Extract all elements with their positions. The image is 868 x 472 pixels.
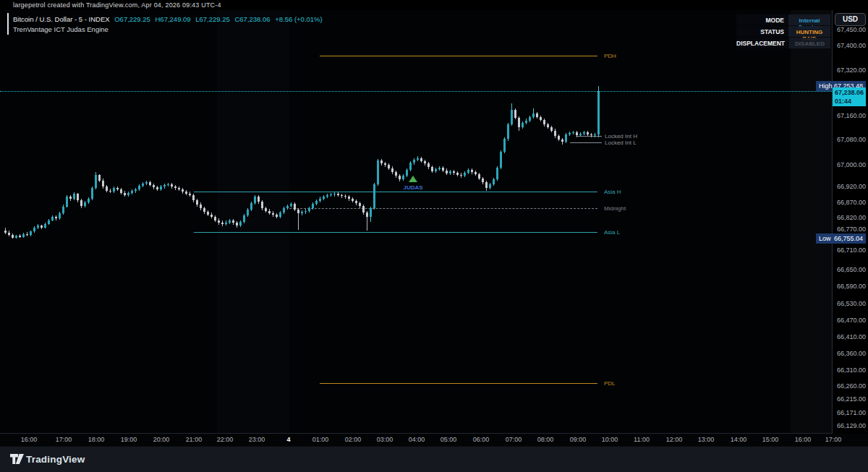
candle-down (178, 188, 180, 189)
candle-up (167, 184, 169, 185)
candle-up (91, 188, 93, 199)
candle-up (413, 160, 415, 163)
time-tick: 08:00 (537, 436, 554, 443)
candle-down (221, 223, 224, 224)
candle-up (532, 113, 535, 117)
candle-up (489, 184, 491, 188)
candle-down (26, 234, 28, 236)
currency-toggle-button[interactable]: USD (835, 13, 866, 26)
price-axis[interactable]: USD 67,450.0067,400.0067,320.0067,160.00… (832, 10, 868, 434)
time-axis[interactable]: 16:0017:0018:0019:0020:0021:0022:0023:00… (0, 434, 868, 446)
candle-down (189, 194, 191, 195)
candle-up (438, 168, 441, 169)
tradingview-logo-icon[interactable] (10, 454, 24, 465)
candle-down (116, 188, 119, 189)
candle-up (95, 175, 97, 188)
panel-row-mode: MODE Internal Session (736, 14, 830, 25)
candle-up (406, 170, 408, 176)
price-tick: 66,770.00 (837, 226, 866, 233)
asia-h-label: Asia H (604, 189, 621, 195)
candle-up (312, 204, 314, 208)
candle-up (409, 163, 412, 170)
candle-up (286, 206, 289, 208)
candle-up (73, 194, 75, 199)
chart-legend: Bitcoin / U.S. Dollar - 5 - INDEX O67,22… (13, 14, 323, 35)
candle-up (496, 168, 498, 179)
candle-down (366, 213, 368, 217)
candle-up (229, 220, 231, 223)
candle-up (290, 204, 292, 206)
candle-up (511, 110, 513, 124)
candle-up (160, 186, 162, 189)
time-tick: 20:00 (153, 436, 170, 443)
candle-down (362, 206, 365, 213)
candle-up (59, 213, 61, 219)
candle-up (15, 236, 17, 238)
time-tick: 07:00 (506, 436, 522, 443)
session-shade (217, 10, 289, 434)
candle-down (182, 189, 184, 192)
candle-down (265, 208, 267, 211)
price-tick: 66,870.00 (837, 199, 866, 206)
candle-down (337, 194, 339, 195)
time-tick: 13:00 (698, 436, 715, 443)
candle-up (449, 171, 451, 173)
candle-down (514, 110, 516, 118)
candle-down (518, 118, 520, 128)
candle-down (424, 161, 426, 163)
last-price-axis-label: 67,238.06 01:44 (833, 87, 866, 106)
candle-up (529, 117, 531, 121)
indicator-title[interactable]: TrenVantage ICT Judas Engine (13, 25, 109, 33)
candle-down (442, 168, 444, 171)
candle-down (276, 215, 278, 217)
pdl-line (320, 383, 597, 384)
candle-down (536, 113, 538, 117)
time-tick: 17:00 (825, 436, 842, 443)
chart-pane[interactable]: Bitcoin / U.S. Dollar - 5 - INDEX O67,22… (0, 10, 832, 434)
legend-symbol-row[interactable]: Bitcoin / U.S. Dollar - 5 - INDEX O67,22… (13, 14, 323, 25)
candle-up (127, 193, 129, 195)
price-tick: 67,160.00 (837, 112, 866, 119)
mode-label: MODE (736, 14, 788, 25)
candle-down (272, 213, 274, 215)
low-value: L67,229.25 (195, 15, 230, 23)
close-value: C67,238.06 (234, 15, 270, 23)
creator-text: largepetrol created with TradingView.com… (13, 1, 221, 9)
price-tick: 66,171.00 (837, 409, 866, 416)
price-tick: 66,650.00 (837, 266, 866, 273)
legend-indicator-row[interactable]: TrenVantage ICT Judas Engine (13, 25, 323, 35)
candle-up (247, 210, 249, 215)
candle-down (261, 202, 263, 208)
midnight-label: Midnight (604, 205, 626, 212)
candle-down (214, 217, 216, 220)
candle-down (359, 203, 361, 206)
candle-up (377, 160, 379, 184)
candle-down (210, 215, 213, 217)
candle-down (348, 197, 350, 199)
symbol-title[interactable]: Bitcoin / U.S. Dollar - 5 - INDEX (13, 15, 110, 23)
high-label-text: High (819, 82, 833, 90)
candle-up (254, 197, 256, 203)
time-tick: 18:00 (88, 436, 105, 443)
candle-up (142, 184, 144, 186)
open-value: O67,229.25 (114, 15, 150, 23)
candle-up (417, 158, 419, 160)
candle-down (4, 231, 7, 233)
candle-down (185, 192, 187, 194)
candle-down (297, 210, 299, 213)
candle-down (391, 168, 393, 173)
candle-down (41, 226, 43, 228)
price-tick: 67,080.00 (837, 136, 866, 143)
footer-brand-text[interactable]: TradingView (26, 454, 85, 465)
locked-int-l-line (570, 142, 602, 143)
candle-up (522, 123, 524, 127)
candle-down (207, 212, 209, 214)
candle-down (124, 193, 126, 195)
judas-label: JUDAS (397, 184, 429, 191)
asia-h-line (194, 192, 597, 192)
candle-up (597, 91, 600, 135)
displacement-label: DISPLACEMENT (736, 38, 789, 48)
candle-up (493, 179, 495, 184)
candle-down (236, 223, 238, 226)
price-tick: 66,470.00 (837, 317, 866, 324)
